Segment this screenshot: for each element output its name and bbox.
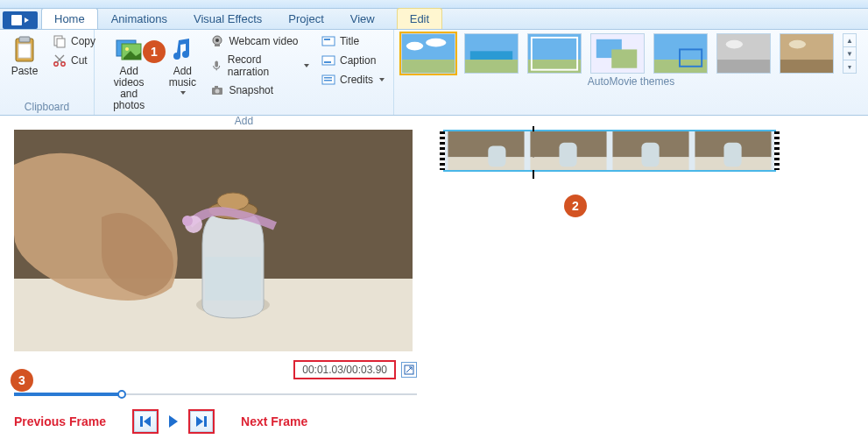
svg-rect-12 — [215, 45, 220, 46]
group-add: Add videos and photos Add music Webcam v… — [95, 30, 394, 115]
svg-rect-20 — [324, 61, 331, 63]
svg-rect-25 — [402, 60, 455, 73]
theme-thumb-6[interactable] — [716, 33, 771, 74]
scroll-up-icon[interactable]: ▲ — [843, 34, 856, 47]
tab-view[interactable]: View — [337, 8, 388, 29]
cut-button[interactable]: Cut — [51, 53, 97, 68]
svg-rect-57 — [448, 157, 524, 170]
tab-strip: Home Animations Visual Effects Project V… — [0, 9, 868, 30]
record-narration-button[interactable]: Record narration — [208, 53, 311, 79]
theme-thumb-4[interactable] — [590, 33, 645, 74]
caption-button[interactable]: Caption — [320, 53, 386, 68]
fullscreen-icon — [404, 365, 414, 375]
annotation-next-frame: Next Frame — [241, 414, 307, 428]
svg-point-5 — [54, 62, 58, 66]
svg-point-42 — [726, 40, 743, 49]
svg-rect-19 — [322, 56, 335, 65]
scroll-down-icon[interactable]: ▼ — [843, 47, 856, 60]
chevron-down-icon — [379, 78, 385, 81]
svg-rect-36 — [611, 49, 637, 67]
webcam-icon — [210, 34, 224, 48]
svg-rect-41 — [717, 60, 770, 73]
annotation-callout-3: 3 — [11, 369, 33, 392]
tab-animations[interactable]: Animations — [98, 8, 180, 29]
theme-thumb-7[interactable] — [780, 33, 834, 74]
svg-point-6 — [61, 62, 65, 66]
svg-rect-18 — [324, 39, 330, 40]
add-music-label: Add music — [169, 66, 196, 88]
webcam-video-button[interactable]: Webcam video — [208, 33, 311, 49]
group-themes-label: AutoMovie themes — [401, 74, 861, 88]
fullscreen-button[interactable] — [401, 362, 417, 378]
svg-rect-23 — [324, 80, 332, 81]
svg-rect-67 — [723, 143, 741, 167]
svg-point-15 — [215, 89, 220, 94]
themes-scroll[interactable]: ▲ ▼ ▾ — [843, 33, 857, 74]
next-frame-button[interactable] — [190, 411, 213, 432]
add-music-button[interactable]: Add music — [165, 33, 200, 96]
previous-frame-button[interactable] — [134, 411, 157, 432]
svg-rect-50 — [205, 257, 261, 301]
group-add-label: Add — [102, 113, 386, 127]
step-forward-icon — [196, 416, 207, 427]
theme-thumb-3[interactable] — [527, 33, 582, 74]
svg-rect-61 — [559, 143, 576, 167]
svg-rect-22 — [324, 77, 332, 79]
svg-point-45 — [789, 40, 806, 49]
svg-point-9 — [125, 47, 129, 51]
tab-home[interactable]: Home — [41, 8, 98, 29]
app-menu-button[interactable] — [3, 11, 38, 29]
snapshot-button[interactable]: Snapshot — [208, 82, 311, 98]
paste-button[interactable]: Paste — [7, 33, 42, 79]
tab-project[interactable]: Project — [275, 8, 336, 29]
play-button[interactable] — [162, 411, 185, 432]
title-label: Title — [340, 35, 359, 47]
playback-slider[interactable] — [14, 390, 417, 399]
svg-rect-40 — [717, 34, 770, 60]
time-display: 00:01.03/00:03.90 — [293, 360, 396, 379]
cut-label: Cut — [71, 54, 88, 67]
slider-thumb[interactable] — [117, 390, 126, 399]
microphone-icon — [210, 59, 222, 73]
scroll-more-icon[interactable]: ▾ — [843, 60, 856, 73]
svg-rect-56 — [448, 131, 524, 157]
annotation-prev-frame: Previous Frame — [14, 414, 106, 428]
step-back-icon — [140, 416, 151, 427]
copy-icon — [53, 34, 67, 48]
theme-thumb-2[interactable] — [464, 33, 519, 74]
add-videos-photos-label: Add videos and photos — [105, 66, 152, 111]
theme-thumb-1[interactable] — [401, 33, 455, 74]
svg-rect-13 — [215, 61, 219, 67]
timeline-clip[interactable] — [443, 130, 776, 172]
svg-rect-44 — [780, 60, 833, 73]
photo-video-icon — [115, 35, 143, 63]
group-clipboard: Paste Copy Cut Clipboard — [0, 30, 95, 115]
svg-rect-4 — [57, 39, 65, 47]
svg-rect-29 — [465, 60, 518, 73]
tab-context-edit[interactable]: Edit — [397, 8, 442, 29]
preview-monitor — [14, 130, 413, 351]
clipboard-icon — [11, 35, 39, 63]
copy-button[interactable]: Copy — [51, 33, 97, 49]
svg-rect-64 — [641, 143, 659, 167]
svg-rect-16 — [215, 86, 218, 88]
svg-point-26 — [406, 42, 423, 51]
credits-label: Credits — [340, 74, 373, 86]
film-sprocket-icon — [774, 131, 780, 170]
preview-frame-image — [14, 130, 413, 351]
svg-point-54 — [182, 216, 193, 226]
copy-label: Copy — [71, 35, 95, 47]
caption-label: Caption — [340, 54, 376, 67]
chevron-down-icon — [304, 64, 309, 67]
theme-thumb-5[interactable] — [653, 33, 708, 74]
svg-rect-17 — [322, 37, 335, 46]
svg-point-27 — [426, 39, 446, 47]
caption-slide-icon — [321, 53, 335, 67]
preview-column: 00:01.03/00:03.90 Previous Frame — [14, 130, 417, 432]
scissors-icon — [53, 53, 67, 67]
credits-button[interactable]: Credits — [320, 72, 386, 88]
tab-visual-effects[interactable]: Visual Effects — [180, 8, 275, 29]
workspace: 00:01.03/00:03.90 Previous Frame — [0, 116, 868, 446]
svg-point-11 — [215, 39, 219, 42]
title-button[interactable]: Title — [320, 33, 386, 49]
